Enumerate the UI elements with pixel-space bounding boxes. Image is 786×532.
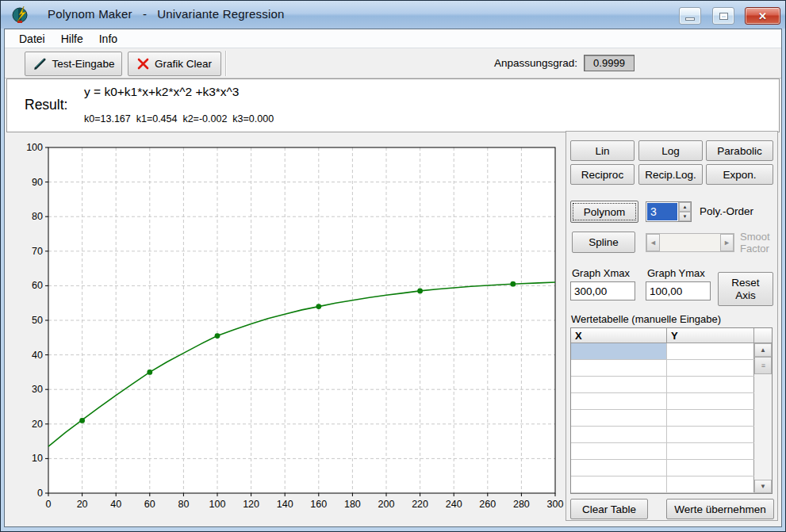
svg-text:50: 50 xyxy=(32,315,43,326)
svg-text:0: 0 xyxy=(37,488,43,499)
close-icon: ✕ xyxy=(758,10,767,22)
scroll-right-icon[interactable]: ► xyxy=(720,234,734,251)
fit-quality-value: 0.9999 xyxy=(584,55,635,71)
regression-button-parabolic[interactable]: Parabolic xyxy=(706,140,773,161)
svg-text:100: 100 xyxy=(209,499,226,510)
scroll-down-icon[interactable]: ▼ xyxy=(754,480,772,493)
reset-axis-button[interactable]: Reset Axis xyxy=(718,272,773,306)
table-row xyxy=(571,443,754,460)
titlebar[interactable]: Polynom Maker - Univariante Regression ✕ xyxy=(1,1,785,29)
minimize-icon xyxy=(685,17,695,21)
table-cell-x[interactable] xyxy=(571,460,667,476)
window-title: Polynom Maker - Univariante Regression xyxy=(48,7,285,21)
svg-text:80: 80 xyxy=(178,499,189,510)
table-cell-y[interactable] xyxy=(667,443,754,459)
test-eingabe-label: Test-Eingabe xyxy=(52,58,115,70)
svg-text:0: 0 xyxy=(46,499,52,510)
red-x-icon xyxy=(137,58,149,70)
maximize-button[interactable] xyxy=(712,7,734,25)
table-cell-x[interactable] xyxy=(571,443,667,459)
test-eingabe-button[interactable]: Test-Eingabe xyxy=(25,52,122,76)
xmax-label: Graph Xmax xyxy=(572,267,630,279)
table-row xyxy=(571,343,754,360)
xmax-input[interactable] xyxy=(570,281,635,300)
minimize-button[interactable] xyxy=(679,7,701,25)
menu-item-hilfe[interactable]: Hilfe xyxy=(56,31,88,47)
values-table: X Y ▲ ≡ ▼ xyxy=(570,327,773,494)
toolbar-separator xyxy=(225,51,226,76)
table-cell-y[interactable] xyxy=(667,477,754,492)
regression-button-reciproc[interactable]: Reciproc xyxy=(570,164,635,185)
grafik-clear-label: Grafik Clear xyxy=(155,58,212,70)
chart-area: 0204060801001201401601802002202402602803… xyxy=(5,134,564,526)
svg-text:140: 140 xyxy=(277,499,293,510)
table-body xyxy=(571,343,754,493)
table-cell-y[interactable] xyxy=(667,360,754,376)
menu-item-datei[interactable]: Datei xyxy=(14,31,50,47)
scroll-left-icon[interactable]: ◄ xyxy=(646,234,660,251)
svg-text:260: 260 xyxy=(479,499,496,510)
svg-text:280: 280 xyxy=(513,499,530,510)
poly-order-label: Poly.-Order xyxy=(700,205,753,217)
table-cell-y[interactable] xyxy=(667,343,754,359)
table-row xyxy=(571,360,754,377)
table-cell-y[interactable] xyxy=(667,377,754,392)
svg-text:40: 40 xyxy=(110,499,121,510)
grafik-clear-button[interactable]: Grafik Clear xyxy=(128,52,221,76)
svg-text:60: 60 xyxy=(32,280,43,291)
spin-down-icon[interactable]: ▼ xyxy=(679,212,691,221)
close-button[interactable]: ✕ xyxy=(745,7,780,25)
table-cell-x[interactable] xyxy=(571,377,667,392)
fit-quality-label: Anpassungsgrad: xyxy=(449,57,577,69)
table-cell-y[interactable] xyxy=(667,460,754,476)
svg-text:200: 200 xyxy=(378,499,395,510)
svg-text:40: 40 xyxy=(32,350,43,361)
regression-button-reciplog[interactable]: Recip.Log. xyxy=(638,164,703,185)
table-row xyxy=(571,460,754,477)
result-equation: y = k0+k1*x+k2*x^2 +k3*x^3 xyxy=(84,85,240,99)
menubar: Datei Hilfe Info xyxy=(5,29,781,48)
table-cell-x[interactable] xyxy=(571,477,667,492)
table-cell-x[interactable] xyxy=(571,360,667,376)
toolbar: Test-Eingabe Grafik Clear Anpassungsgrad… xyxy=(5,49,781,78)
svg-text:20: 20 xyxy=(32,419,43,430)
pen-icon xyxy=(33,58,47,71)
table-row xyxy=(571,393,754,410)
svg-text:100: 100 xyxy=(26,142,43,153)
table-header: X Y xyxy=(571,328,772,343)
regression-button-lin[interactable]: Lin xyxy=(570,140,635,161)
table-row xyxy=(571,477,754,493)
poly-order-spinner[interactable]: 3 ▲ ▼ xyxy=(646,201,692,222)
ymax-input[interactable] xyxy=(646,281,711,300)
spline-button[interactable]: Spline xyxy=(572,232,635,253)
scrollbar-thumb[interactable]: ≡ xyxy=(754,357,772,374)
regression-button-log[interactable]: Log xyxy=(638,140,703,161)
svg-text:180: 180 xyxy=(344,499,361,510)
table-cell-x[interactable] xyxy=(571,393,667,409)
app-icon xyxy=(11,6,29,24)
table-cell-x[interactable] xyxy=(571,343,667,359)
spin-up-icon[interactable]: ▲ xyxy=(679,202,691,212)
side-panel: Lin Log Parabolic Reciproc Recip.Log. Ex… xyxy=(566,131,778,521)
table-row xyxy=(571,410,754,427)
svg-text:10: 10 xyxy=(32,453,43,464)
table-cell-y[interactable] xyxy=(667,410,754,426)
clear-table-button[interactable]: Clear Table xyxy=(570,499,648,519)
svg-text:30: 30 xyxy=(32,384,43,395)
scroll-up-icon[interactable]: ▲ xyxy=(754,343,772,357)
ymax-label: Graph Ymax xyxy=(647,267,705,279)
apply-values-button[interactable]: Werte übernehmen xyxy=(666,499,774,519)
table-caption: Wertetabelle (manuelle Eingabe) xyxy=(571,313,721,325)
smooth-factor-scrollbar: ◄ ► xyxy=(646,233,734,252)
table-cell-y[interactable] xyxy=(667,393,754,409)
table-cell-x[interactable] xyxy=(571,410,667,426)
regression-button-expon[interactable]: Expon. xyxy=(706,164,773,185)
table-cell-y[interactable] xyxy=(667,427,754,442)
result-coefficients: k0=13.167 k1=0.454 k2=-0.002 k3=0.000 xyxy=(84,113,274,124)
poly-order-value[interactable]: 3 xyxy=(647,203,677,220)
polynom-button[interactable]: Polynom xyxy=(570,201,638,223)
menu-item-info[interactable]: Info xyxy=(94,31,122,47)
svg-text:90: 90 xyxy=(32,177,43,188)
chart-svg: 0204060801001201401601802002202402602803… xyxy=(5,134,564,526)
table-cell-x[interactable] xyxy=(571,427,667,442)
